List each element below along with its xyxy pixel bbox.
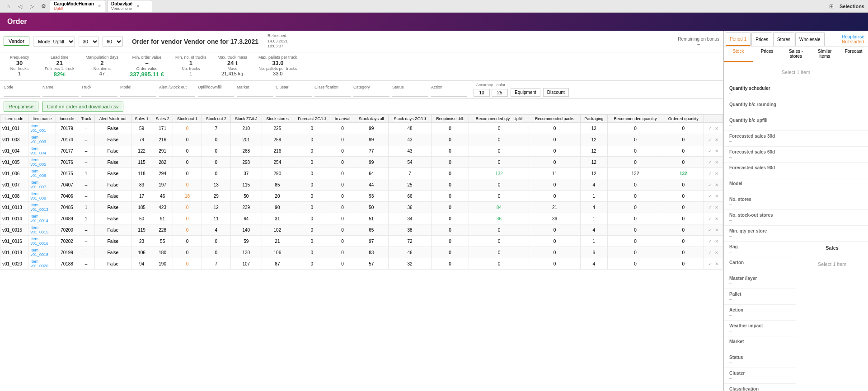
right-sub-tab-prices[interactable]: Prices xyxy=(753,47,782,62)
th-stock-out2[interactable]: Stock out 2 xyxy=(202,115,230,123)
th-stock-out1[interactable]: Stock out 1 xyxy=(173,115,202,123)
row-check-icon[interactable]: ✓ xyxy=(708,149,712,154)
grid-icon[interactable]: ⊞ xyxy=(827,2,836,11)
right-tab-period1[interactable]: Period 1 xyxy=(726,33,751,46)
td-ordered-qty[interactable]: 0 xyxy=(663,213,704,224)
td-item-name[interactable]: Item v01_0015 xyxy=(28,224,56,236)
th-stock-days-all[interactable]: Stock days all xyxy=(354,115,389,123)
equipment-button[interactable]: Equipment xyxy=(511,88,540,97)
tab-cargo-close[interactable]: ✕ xyxy=(98,4,101,9)
table-row[interactable]: v01_0016 Item v01_0016 70202 – False 23 … xyxy=(0,236,723,247)
td-item-name[interactable]: Item v01_008 xyxy=(28,191,56,202)
table-row[interactable]: v01_006 Item v01_006 70175 1 False 118 2… xyxy=(0,168,723,179)
row-x-icon[interactable]: ✕ xyxy=(715,261,718,266)
right-tab-wholesale[interactable]: Wholesale xyxy=(795,33,825,46)
discount-button[interactable]: Discount xyxy=(543,88,569,97)
th-stock-days-zg[interactable]: Stock days ZG/LJ xyxy=(389,115,431,123)
th-stock-stores[interactable]: Stock stores xyxy=(262,115,293,123)
filter-cluster-input[interactable] xyxy=(276,90,312,97)
right-tab-stores[interactable]: Stores xyxy=(773,33,794,46)
select-30[interactable]: 30 xyxy=(79,37,99,47)
td-ordered-qty[interactable]: 0 xyxy=(663,157,704,168)
td-ordered-qty[interactable]: 0 xyxy=(663,258,704,270)
th-inocode[interactable]: Inocode xyxy=(56,115,78,123)
th-rec-qty[interactable]: Recommended quantity xyxy=(607,115,663,123)
home-icon[interactable]: ⌂ xyxy=(4,2,13,11)
filter-market-input[interactable] xyxy=(237,90,273,97)
row-x-icon[interactable]: ✕ xyxy=(715,250,718,255)
filter-truck-input[interactable] xyxy=(81,90,117,97)
th-sales1[interactable]: Sales 1 xyxy=(131,115,152,123)
tab-dobavljac-close[interactable]: ✕ xyxy=(136,4,140,9)
table-row[interactable]: v01_001 Item v01_001 70179 – False 59 17… xyxy=(0,123,723,134)
row-check-icon[interactable]: ✓ xyxy=(708,228,712,233)
filter-name-input[interactable] xyxy=(42,90,79,97)
th-truck[interactable]: Truck xyxy=(78,115,94,123)
row-check-icon[interactable]: ✓ xyxy=(708,216,712,221)
row-check-icon[interactable]: ✓ xyxy=(708,261,712,266)
right-sub-tab-forecast[interactable]: Forecast xyxy=(839,47,868,62)
td-item-name[interactable]: Item v01_0013 xyxy=(28,202,56,213)
table-row[interactable]: v01_0020 Item v01_0020 70188 – False 94 … xyxy=(0,258,723,270)
td-item-name[interactable]: Item v01_004 xyxy=(28,145,56,157)
td-ordered-qty[interactable]: 0 xyxy=(663,202,704,213)
right-tab-prices[interactable]: Prices xyxy=(751,33,772,46)
filter-code-input[interactable] xyxy=(4,90,40,97)
td-ordered-qty[interactable]: 0 xyxy=(663,123,704,134)
td-ordered-qty[interactable]: 0 xyxy=(663,247,704,258)
td-item-name[interactable]: Item v01_007 xyxy=(28,179,56,191)
td-ordered-qty[interactable]: 132 xyxy=(663,168,704,179)
row-x-icon[interactable]: ✕ xyxy=(715,137,718,142)
filter-category-input[interactable] xyxy=(353,90,389,97)
confirm-download-button[interactable]: Confirm order and download csv xyxy=(42,102,123,112)
right-sub-tab-stock[interactable]: Stock xyxy=(724,47,753,62)
th-rec-qty-upfill[interactable]: Recommended qty - Upfill xyxy=(469,115,529,123)
row-x-icon[interactable]: ✕ xyxy=(715,205,718,210)
reoptimise-status[interactable]: Reoptimise Not started xyxy=(840,33,866,46)
th-packaging[interactable]: Packaging xyxy=(580,115,607,123)
table-row[interactable]: v01_0018 Item v01_0018 70199 – False 106… xyxy=(0,247,723,258)
reoptimise-button[interactable]: Reoptimise xyxy=(4,102,38,112)
select-60[interactable]: 60 xyxy=(103,37,123,47)
th-item-name[interactable]: Item name xyxy=(28,115,56,123)
td-item-name[interactable]: Item v01_003 xyxy=(28,134,56,145)
table-row[interactable]: v01_0014 Item v01_0014 70489 1 False 50 … xyxy=(0,213,723,224)
th-stock-zg[interactable]: Stock ZG/LJ xyxy=(230,115,262,123)
th-in-arrival[interactable]: In arrival xyxy=(331,115,354,123)
th-ordered-qty[interactable]: Ordered quantity xyxy=(663,115,704,123)
td-item-name[interactable]: Item v01_0018 xyxy=(28,247,56,258)
back-icon[interactable]: ◁ xyxy=(15,2,24,11)
row-check-icon[interactable]: ✓ xyxy=(708,250,712,255)
row-x-icon[interactable]: ✕ xyxy=(715,126,718,131)
row-x-icon[interactable]: ✕ xyxy=(715,149,718,154)
table-row[interactable]: v01_0015 Item v01_0015 70200 – False 119… xyxy=(0,224,723,236)
filter-alert-input[interactable] xyxy=(159,90,195,97)
td-ordered-qty[interactable]: 0 xyxy=(663,236,704,247)
th-item-code[interactable]: Item code xyxy=(0,115,28,123)
th-reopt-diff[interactable]: Reoptimise diff. xyxy=(431,115,469,123)
row-check-icon[interactable]: ✓ xyxy=(708,182,712,187)
td-ordered-qty[interactable]: 0 xyxy=(663,191,704,202)
filter-upfill-input[interactable] xyxy=(198,90,234,97)
filter-classification-input[interactable] xyxy=(314,90,351,97)
row-check-icon[interactable]: ✓ xyxy=(708,171,712,176)
td-item-name[interactable]: Item v01_0014 xyxy=(28,213,56,224)
th-rec-packs[interactable]: Recommended packs xyxy=(529,115,580,123)
th-alert[interactable]: Alert /stock-out xyxy=(94,115,131,123)
td-ordered-qty[interactable]: 0 xyxy=(663,224,704,236)
th-forecast[interactable]: Forecast ZG/LJ xyxy=(293,115,331,123)
row-x-icon[interactable]: ✕ xyxy=(715,239,718,244)
right-sub-tab-similar[interactable]: Similar items xyxy=(810,47,839,62)
table-row[interactable]: v01_003 Item v01_003 70174 – False 79 21… xyxy=(0,134,723,145)
settings-icon[interactable]: ⚙ xyxy=(39,2,48,11)
table-row[interactable]: v01_008 Item v01_008 70406 – False 17 46… xyxy=(0,191,723,202)
right-sub-tab-sales[interactable]: Sales - stores xyxy=(782,47,811,62)
table-row[interactable]: v01_007 Item v01_007 70407 – False 83 19… xyxy=(0,179,723,191)
accuracy-input-1[interactable]: 10 xyxy=(474,89,490,97)
table-row[interactable]: v01_005 Item v01_005 70176 – False 115 2… xyxy=(0,157,723,168)
th-sales2[interactable]: Sales 2 xyxy=(152,115,173,123)
tab-dobavljac[interactable]: Dobavljač Vendor one ✕ xyxy=(107,0,152,12)
mode-select[interactable]: Mode: Upfill xyxy=(33,37,75,47)
row-x-icon[interactable]: ✕ xyxy=(715,171,718,176)
row-check-icon[interactable]: ✓ xyxy=(708,126,712,131)
